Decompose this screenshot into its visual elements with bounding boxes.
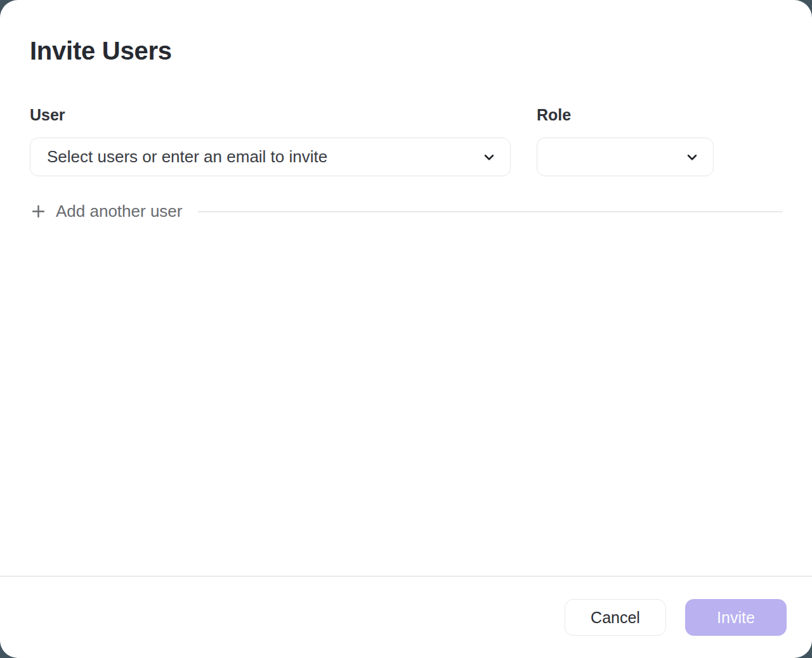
role-field-group: Role (537, 105, 714, 176)
add-another-user-label: Add another user (56, 202, 182, 221)
cancel-button[interactable]: Cancel (565, 599, 666, 636)
chevron-down-icon (684, 149, 700, 165)
role-select[interactable] (537, 138, 714, 176)
add-another-user-row: Add another user (30, 202, 782, 221)
invite-users-modal: Invite Users User Select users or enter … (0, 0, 812, 658)
divider (198, 211, 782, 212)
chevron-down-icon (481, 149, 497, 165)
modal-footer: Cancel Invite (0, 576, 812, 658)
user-select-placeholder: Select users or enter an email to invite (47, 147, 327, 167)
add-another-user-button[interactable]: Add another user (30, 202, 182, 221)
plus-icon (30, 203, 47, 220)
user-role-row: User Select users or enter an email to i… (30, 105, 782, 176)
invite-button[interactable]: Invite (685, 599, 787, 636)
user-label: User (30, 105, 511, 124)
modal-body: Invite Users User Select users or enter … (0, 0, 812, 576)
page-title: Invite Users (30, 35, 782, 66)
user-field-group: User Select users or enter an email to i… (30, 105, 511, 176)
role-label: Role (537, 105, 714, 124)
user-select[interactable]: Select users or enter an email to invite (30, 138, 511, 176)
